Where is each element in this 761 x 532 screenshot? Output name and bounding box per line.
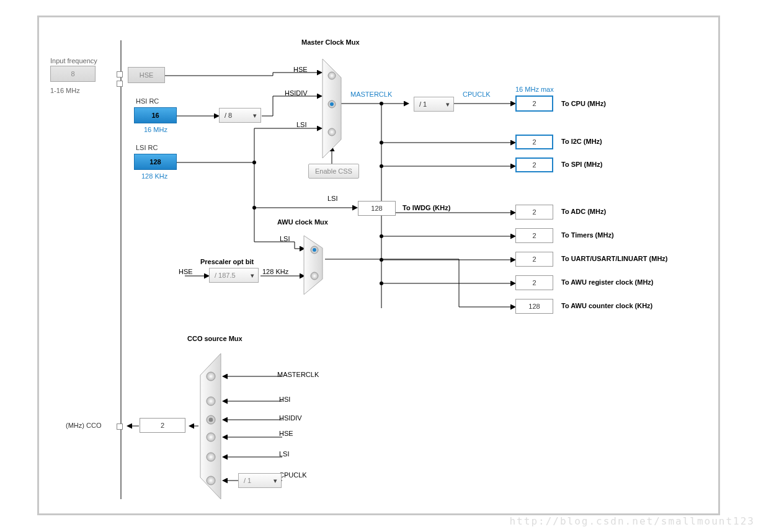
- svg-point-59: [207, 433, 215, 441]
- svg-point-56: [207, 397, 215, 406]
- svg-point-61: [207, 476, 215, 485]
- out-tim-label: To Timers (MHz): [561, 231, 614, 239]
- out-tim-value: 2: [532, 232, 536, 239]
- wiring: [37, 16, 716, 512]
- cco-out-label: (MHz) CCO: [66, 422, 101, 429]
- out-awucnt-value: 128: [528, 303, 540, 310]
- out-i2c-label: To I2C (MHz): [561, 138, 602, 145]
- hsidiv-value: / 8: [225, 112, 232, 119]
- sig-hse: HSE: [293, 66, 308, 73]
- svg-point-48: [328, 72, 336, 79]
- lsirc-label: LSI RC: [136, 144, 158, 151]
- input-range: 1-16 MHz: [50, 87, 80, 94]
- cpuclk-label: CPUCLK: [463, 91, 491, 98]
- out-uart-label: To UART/USART/LINUART (MHz): [561, 255, 668, 262]
- sig-lsi: LSI: [296, 121, 307, 128]
- input-freq-text: 8: [71, 70, 74, 78]
- out-spi-value: 2: [532, 161, 536, 169]
- out-cpu-box: 2: [515, 95, 553, 112]
- pin-cco: [117, 423, 123, 430]
- out-awucnt-box: 128: [515, 299, 553, 314]
- iwdg-sig: LSI: [327, 195, 338, 202]
- awu-div-value: / 187.5: [215, 272, 236, 279]
- lsirc-unit: 128 KHz: [141, 172, 167, 180]
- cco-in4: LSI: [279, 450, 290, 458]
- awu-presc-title: Prescaler opt bit: [200, 258, 254, 265]
- svg-point-53: [313, 248, 316, 252]
- watermark: http://blog.csdn.net/smallmount123: [509, 515, 755, 527]
- cco-in1: HSI: [279, 396, 290, 403]
- awu-khz: 128 KHz: [262, 268, 288, 275]
- hsidiv-select[interactable]: / 8▾: [219, 108, 261, 123]
- svg-point-55: [207, 372, 215, 381]
- cco-out-box: 2: [140, 418, 185, 433]
- enable-css-button[interactable]: Enable CSS: [308, 164, 359, 179]
- out-iwdg-value: 128: [371, 205, 382, 212]
- input-freq-label: Input frequency: [50, 57, 97, 64]
- out-uart-value: 2: [532, 255, 536, 263]
- cco-div-select[interactable]: / 1▾: [238, 473, 282, 488]
- svg-point-60: [207, 453, 215, 461]
- out-uart-box: 2: [515, 252, 553, 267]
- out-cpu-label: To CPU (MHz): [561, 100, 606, 107]
- svg-point-50: [330, 102, 334, 106]
- cco-in2: HSIDIV: [279, 414, 302, 422]
- lsirc-value: 128: [149, 158, 161, 166]
- caret-icon: ▾: [446, 100, 450, 109]
- pin-hse-bot: [117, 81, 123, 87]
- out-awucnt-label: To AWU counter clock (KHz): [561, 302, 652, 309]
- svg-point-58: [209, 418, 213, 422]
- svg-point-21: [380, 102, 383, 105]
- cco-in5: CPUCLK: [279, 471, 307, 479]
- awu-sig-hse: HSE: [179, 268, 193, 275]
- hse-block: HSE: [128, 67, 165, 83]
- out-spi-box: 2: [515, 157, 553, 172]
- awu-sig-lsi: LSI: [280, 235, 290, 242]
- lsirc-box[interactable]: 128: [134, 154, 177, 170]
- cpudiv-value: / 1: [419, 100, 427, 108]
- out-i2c-box: 2: [515, 135, 553, 149]
- out-awureg-box: 2: [515, 275, 553, 290]
- out-i2c-value: 2: [532, 138, 536, 146]
- sig-hsidiv: HSIDIV: [285, 89, 308, 97]
- hsirc-label: HSI RC: [136, 97, 159, 105]
- max-note: 16 MHz max: [515, 86, 554, 93]
- svg-point-54: [311, 272, 318, 280]
- caret-icon: ▾: [253, 112, 257, 120]
- out-awureg-value: 2: [532, 279, 536, 286]
- caret-icon: ▾: [274, 477, 277, 485]
- out-spi-label: To SPI (MHz): [561, 161, 602, 168]
- out-awureg-label: To AWU register clock (MHz): [561, 278, 654, 286]
- cpudiv-select[interactable]: / 1▾: [414, 97, 454, 112]
- out-iwdg-box: 128: [358, 201, 396, 216]
- cco-out-value: 2: [161, 422, 164, 429]
- input-freq-value[interactable]: 8: [50, 66, 96, 82]
- cco-in3: HSE: [279, 430, 293, 437]
- svg-point-51: [328, 128, 336, 136]
- out-adc-box: 2: [515, 205, 553, 219]
- caret-icon: ▾: [251, 272, 254, 280]
- mastermux-title: Master Clock Mux: [301, 38, 360, 46]
- pin-hse-top: [117, 71, 123, 78]
- hsirc-value-box[interactable]: 16: [134, 107, 177, 123]
- out-adc-value: 2: [532, 208, 536, 216]
- awu-div-select[interactable]: / 187.5▾: [209, 268, 259, 283]
- hsirc-unit: 16 MHz: [144, 126, 167, 133]
- enable-css-label: Enable CSS: [315, 167, 352, 175]
- out-tim-box: 2: [515, 228, 553, 243]
- out-iwdg-label: To IWDG (KHz): [403, 204, 450, 211]
- hse-label: HSE: [140, 71, 154, 79]
- cco-div-value: / 1: [244, 477, 251, 484]
- awumux-title: AWU clock Mux: [277, 218, 328, 226]
- out-cpu-value: 2: [532, 100, 536, 107]
- hsirc-value: 16: [151, 112, 159, 119]
- masterclk-label: MASTERCLK: [350, 91, 392, 98]
- out-adc-label: To ADC (MHz): [561, 208, 606, 215]
- cco-in0: MASTERCLK: [277, 371, 319, 378]
- ccomux-title: CCO source Mux: [187, 335, 243, 342]
